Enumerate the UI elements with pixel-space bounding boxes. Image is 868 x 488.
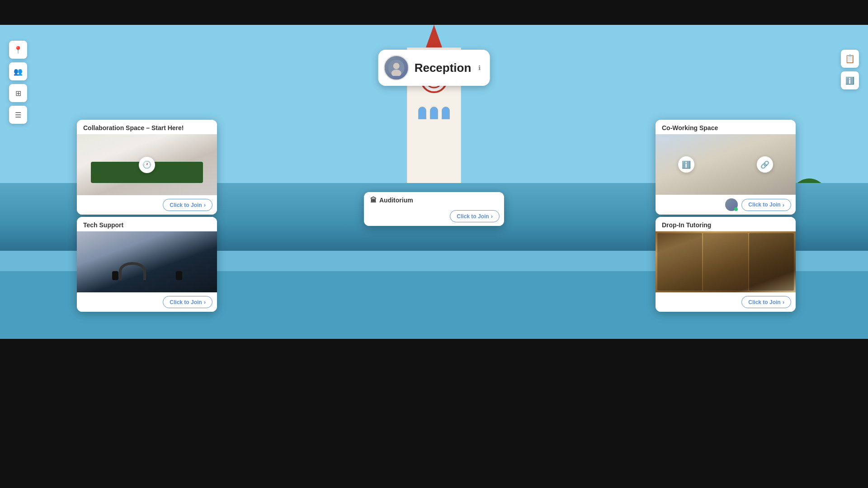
coworking-join-btn[interactable]: Click to Join ›: [741, 199, 791, 211]
coworking-footer: Click to Join ›: [656, 195, 796, 215]
collaboration-image: 🕐: [77, 134, 217, 195]
location-button[interactable]: 📍: [9, 41, 27, 59]
collaboration-footer: Click to Join ›: [77, 195, 217, 215]
auditorium-icon: 🏛: [370, 197, 377, 204]
presentation-icon: 📋: [845, 54, 855, 64]
people-button[interactable]: 👥: [9, 62, 27, 80]
techsupport-join-btn[interactable]: Click to Join ›: [163, 296, 212, 308]
join-label: Click to Join: [748, 202, 780, 208]
sidebar-right: 📋 ℹ️: [841, 50, 859, 89]
location-icon: 📍: [14, 46, 23, 54]
join-chevron: ›: [491, 213, 493, 220]
svg-point-4: [393, 63, 400, 69]
droptutoring-card[interactable]: Drop-In Tutoring Click to Join ›: [656, 217, 796, 312]
join-label: Click to Join: [170, 202, 202, 208]
auditorium-join-btn[interactable]: Click to Join ›: [450, 210, 500, 222]
avatar-image: [388, 60, 405, 76]
droptutoring-title: Drop-In Tutoring: [656, 217, 796, 231]
droptutoring-room-img: [656, 231, 796, 292]
top-black-bar: [0, 0, 868, 25]
techsupport-room-img: [77, 231, 217, 292]
collaboration-join-btn[interactable]: Click to Join ›: [163, 199, 212, 211]
reception-title: Reception: [415, 61, 472, 75]
clock-icon: 🕐: [142, 160, 151, 169]
headset-shape: [119, 262, 146, 280]
headset-right-ear: [176, 271, 182, 280]
list-icon: ☰: [15, 111, 21, 119]
reception-info-icon[interactable]: ℹ: [478, 64, 481, 71]
collaboration-card[interactable]: Collaboration Space – Start Here! 🕐 Clic…: [77, 120, 217, 215]
auditorium-card[interactable]: 🏛 Auditorium: [364, 192, 504, 226]
presentation-button[interactable]: 📋: [841, 50, 859, 68]
info-icon: ℹ️: [845, 76, 854, 85]
droptutoring-footer: Click to Join ›: [656, 292, 796, 312]
grid-icon: ⊞: [15, 89, 21, 98]
list-button[interactable]: ☰: [9, 106, 27, 124]
join-label: Click to Join: [457, 213, 489, 220]
info-button[interactable]: ℹ️: [841, 71, 859, 89]
grid-button[interactable]: ⊞: [9, 84, 27, 102]
join-chevron: ›: [204, 202, 206, 208]
coworking-info-icon[interactable]: ℹ️: [678, 156, 694, 173]
auditorium-title: 🏛 Auditorium: [364, 192, 504, 206]
user-online-dot: [734, 207, 738, 211]
info-circle-icon: ℹ️: [682, 160, 691, 169]
coworking-title: Co-Working Space: [656, 120, 796, 134]
auditorium-title-text: Auditorium: [379, 197, 413, 204]
reception-bubble: Reception ℹ: [378, 50, 490, 86]
link-icon: 🔗: [760, 160, 769, 169]
join-chevron: ›: [783, 202, 784, 208]
coworking-image: ℹ️ 🔗: [656, 134, 796, 195]
techsupport-card[interactable]: Tech Support Click to Join ›: [77, 217, 217, 312]
collaboration-title: Collaboration Space – Start Here!: [77, 120, 217, 134]
droptutoring-join-btn[interactable]: Click to Join ›: [741, 296, 791, 308]
join-label: Click to Join: [170, 299, 202, 305]
auditorium-footer: Click to Join ›: [364, 206, 504, 226]
tower-spire: [426, 25, 442, 47]
droptutoring-image: [656, 231, 796, 292]
join-chevron: ›: [783, 299, 784, 305]
people-icon: 👥: [14, 67, 23, 76]
bookshelves: [656, 231, 796, 292]
coworking-link-icon[interactable]: 🔗: [757, 156, 773, 173]
bottom-black-bar: [0, 339, 868, 488]
coworking-user-avatar: [725, 198, 738, 211]
techsupport-title: Tech Support: [77, 217, 217, 231]
reception-avatar: [384, 55, 409, 80]
tower-windows: [418, 107, 450, 119]
headset-left-ear: [112, 271, 118, 280]
techsupport-image: [77, 231, 217, 292]
coworking-card[interactable]: Co-Working Space ℹ️ 🔗 Click to Join ›: [656, 120, 796, 215]
coworking-room-img: [656, 134, 796, 195]
techsupport-footer: Click to Join ›: [77, 292, 217, 312]
collaboration-marker: 🕐: [139, 157, 155, 173]
join-chevron: ›: [204, 299, 206, 305]
join-label: Click to Join: [748, 299, 780, 305]
sidebar-left: 📍 👥 ⊞ ☰: [9, 41, 27, 124]
